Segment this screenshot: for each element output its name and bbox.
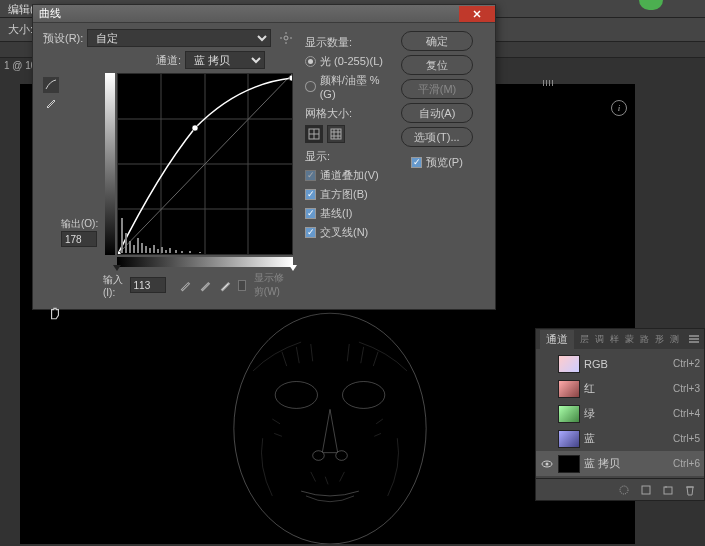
white-eyedropper-icon[interactable] [218,277,234,293]
dialog-title: 曲线 [39,6,459,21]
channel-red[interactable]: 红 Ctrl+3 [536,376,704,401]
pigment-radio[interactable] [305,81,316,92]
pigment-label: 颜料/油墨 %(G) [320,73,393,100]
black-point-slider[interactable] [113,265,121,271]
channels-panel: 通道 层调样蒙路形测 RGB Ctrl+2 红 Ctrl+3 绿 Ctrl+4 … [535,328,705,501]
channel-blue-copy[interactable]: 蓝 拷贝 Ctrl+6 [536,451,704,476]
svg-rect-28 [157,249,159,253]
svg-point-4 [336,451,348,461]
gray-eyedropper-icon[interactable] [198,277,214,293]
auto-button[interactable]: 自动(A) [401,103,473,123]
svg-rect-35 [199,252,201,253]
horizontal-gradient [117,257,293,267]
channel-select[interactable]: 蓝 拷贝 [185,51,265,69]
svg-rect-27 [153,245,155,253]
svg-rect-24 [141,243,143,253]
svg-rect-39 [331,129,341,139]
svg-rect-34 [189,251,191,253]
curve-pencil-tool[interactable] [43,95,59,111]
svg-rect-23 [137,238,139,253]
svg-rect-30 [165,250,167,253]
channel-green[interactable]: 绿 Ctrl+4 [536,401,704,426]
histogram-check[interactable] [305,189,316,200]
svg-point-17 [192,125,198,131]
svg-point-48 [546,462,549,465]
svg-rect-22 [133,245,135,253]
show-label: 显示: [305,149,393,164]
new-channel-icon[interactable] [662,484,674,496]
overlay-check[interactable] [305,170,316,181]
svg-rect-51 [664,487,672,494]
channel-thumb [558,405,580,423]
preset-menu-icon[interactable] [279,31,293,45]
channel-label: 通道: [156,53,181,68]
channel-rgb[interactable]: RGB Ctrl+2 [536,351,704,376]
canvas-handle-icon [543,80,555,88]
size-label: 大小: [8,22,33,37]
svg-rect-25 [145,246,147,253]
channel-thumb [558,455,580,473]
channel-thumb [558,355,580,373]
channel-blue[interactable]: 蓝 Ctrl+5 [536,426,704,451]
intersection-label: 交叉线(N) [320,225,368,240]
grid-coarse-button[interactable] [305,125,323,143]
svg-point-3 [313,451,325,461]
baseline-check[interactable] [305,208,316,219]
light-radio[interactable] [305,56,316,67]
intersection-check[interactable] [305,227,316,238]
channels-tab[interactable]: 通道 [540,330,574,349]
svg-point-18 [289,75,292,81]
channel-thumb [558,380,580,398]
svg-point-5 [284,36,288,40]
delete-channel-icon[interactable] [684,484,696,496]
load-selection-icon[interactable] [618,484,630,496]
target-adjust-icon[interactable] [47,305,63,321]
options-button[interactable]: 选项(T)... [401,127,473,147]
visibility-toggle[interactable] [540,407,554,421]
input-field[interactable] [130,277,166,293]
reset-button[interactable]: 复位 [401,55,473,75]
info-icon[interactable]: i [611,100,627,116]
svg-rect-32 [175,250,177,253]
svg-rect-20 [125,233,127,253]
light-label: 光 (0-255)(L) [320,54,383,69]
smooth-button[interactable]: 平滑(M) [401,79,473,99]
svg-rect-26 [149,248,151,253]
overlay-label: 通道叠加(V) [320,168,379,183]
vertical-gradient [105,73,115,255]
svg-rect-50 [642,486,650,494]
grid-size-label: 网格大小: [305,106,393,121]
curves-dialog: 曲线 预设(R): 自定 通道: 蓝 拷贝 输出(O): [32,4,496,310]
svg-point-2 [343,382,385,409]
show-clipping-check[interactable] [238,280,246,291]
panel-menu-icon[interactable] [688,334,700,344]
output-label: 输出(O): [61,217,103,231]
save-selection-icon[interactable] [640,484,652,496]
svg-rect-29 [161,247,163,253]
preview-check[interactable] [411,157,422,168]
display-amount-label: 显示数量: [305,35,393,50]
baseline-label: 基线(I) [320,206,352,221]
curve-point-tool[interactable] [43,77,59,93]
visibility-toggle[interactable] [540,457,554,471]
histogram-label: 直方图(B) [320,187,368,202]
close-button[interactable] [459,6,495,22]
svg-rect-19 [121,218,123,253]
dialog-titlebar[interactable]: 曲线 [33,5,495,23]
svg-point-0 [234,313,426,544]
output-field[interactable] [61,231,97,247]
histogram [119,213,293,253]
curve-graph[interactable] [117,73,293,255]
svg-rect-21 [129,241,131,253]
preview-label: 预览(P) [426,155,463,170]
preset-label: 预设(R): [43,31,83,46]
visibility-toggle[interactable] [540,382,554,396]
ok-button[interactable]: 确定 [401,31,473,51]
visibility-toggle[interactable] [540,357,554,371]
svg-rect-31 [169,248,171,253]
grid-fine-button[interactable] [327,125,345,143]
black-eyedropper-icon[interactable] [178,277,194,293]
preset-select[interactable]: 自定 [87,29,271,47]
white-point-slider[interactable] [289,265,297,271]
visibility-toggle[interactable] [540,432,554,446]
